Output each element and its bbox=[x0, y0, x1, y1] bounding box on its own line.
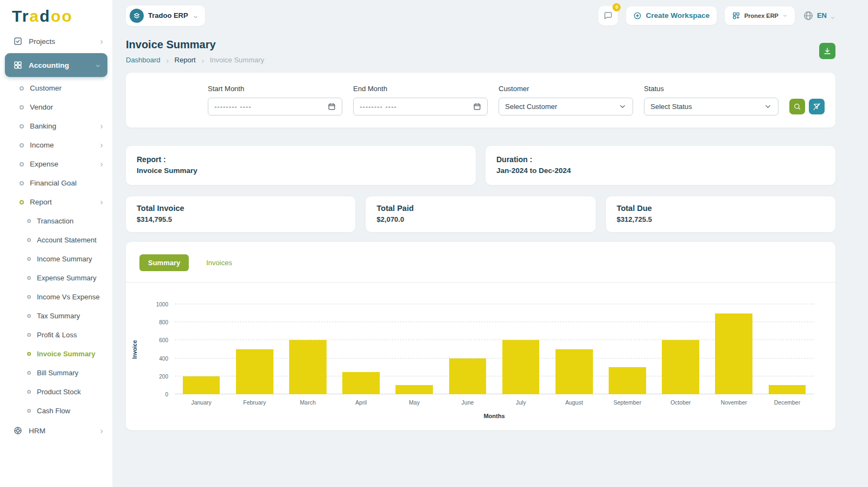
sidebar-item-projects[interactable]: Projects bbox=[0, 31, 112, 52]
customer-select-value: Select Customer bbox=[505, 102, 557, 111]
sidebar-item-label: Income Vs Expense bbox=[37, 293, 105, 301]
sidebar-item-label: Invoice Summary bbox=[37, 350, 105, 358]
duration-info-card: Duration : Jan-2024 to Dec-2024 bbox=[486, 146, 835, 185]
sidebar-item-label: Expense Summary bbox=[37, 274, 105, 282]
sidebar-item-accounting[interactable]: Accounting bbox=[5, 53, 107, 77]
sidebar-item-tax-summary[interactable]: Tax Summary bbox=[0, 306, 112, 325]
tab-summary[interactable]: Summary bbox=[139, 254, 189, 271]
bar-cell bbox=[335, 304, 388, 394]
sidebar-item-income-vs-expense[interactable]: Income Vs Expense bbox=[0, 287, 112, 306]
start-month-value: -------- ---- bbox=[214, 102, 252, 111]
sidebar-item-vendor[interactable]: Vendor bbox=[0, 98, 112, 117]
bullet-icon bbox=[20, 162, 24, 166]
sidebar-item-label: Income bbox=[30, 141, 93, 149]
chevron-right-icon bbox=[99, 161, 105, 167]
report-info-card: Report : Invoice Summary bbox=[126, 146, 476, 185]
sidebar-item-cash-flow[interactable]: Cash Flow bbox=[0, 401, 112, 420]
sidebar-item-expense-summary[interactable]: Expense Summary bbox=[0, 268, 112, 287]
start-month-label: Start Month bbox=[208, 85, 342, 93]
x-tick-label: May bbox=[388, 399, 441, 406]
sidebar-item-label: Report bbox=[30, 198, 93, 206]
total-label: Total Paid bbox=[376, 204, 584, 213]
globe-icon bbox=[803, 10, 814, 21]
sidebar-item-expense[interactable]: Expense bbox=[0, 155, 112, 174]
plus-circle-icon bbox=[633, 11, 642, 20]
logo[interactable]: Tradoo bbox=[0, 0, 112, 30]
sidebar-item-income[interactable]: Income bbox=[0, 136, 112, 155]
sidebar-item-customer[interactable]: Customer bbox=[0, 79, 112, 98]
sidebar-item-financial-goal[interactable]: Financial Goal bbox=[0, 174, 112, 193]
sidebar-nav: ProjectsAccountingCustomerVendorBankingI… bbox=[0, 30, 112, 441]
chevron-down-icon bbox=[95, 62, 101, 68]
sidebar-item-account-statement[interactable]: Account Statement bbox=[0, 230, 112, 249]
x-tick-label: November bbox=[707, 399, 761, 406]
page-head-left: Invoice Summary DashboardReportInvoice S… bbox=[126, 39, 264, 64]
breadcrumb-item[interactable]: Report bbox=[175, 56, 196, 64]
end-month-field: End Month -------- ---- bbox=[353, 85, 488, 116]
report-info-value: Invoice Summary bbox=[137, 166, 465, 175]
filter-slash-icon bbox=[813, 102, 821, 111]
total-label: Total Invoice bbox=[137, 204, 344, 213]
create-workspace-button[interactable]: Create Workspace bbox=[626, 7, 717, 25]
calendar-icon bbox=[328, 102, 336, 111]
end-month-input[interactable]: -------- ---- bbox=[353, 98, 488, 116]
sidebar-item-report[interactable]: Report bbox=[0, 193, 112, 212]
bar-cell bbox=[388, 304, 441, 394]
chevron-down-icon bbox=[618, 102, 627, 111]
status-select[interactable]: Select Status bbox=[644, 98, 778, 116]
erp-selector[interactable]: Pronex ERP bbox=[725, 7, 795, 25]
breadcrumb-item[interactable]: Dashboard bbox=[126, 56, 161, 64]
bar-cell bbox=[654, 304, 707, 394]
bar-cell bbox=[761, 304, 814, 394]
bullet-icon bbox=[27, 352, 31, 356]
y-tick-label: 400 bbox=[159, 355, 168, 361]
language-selector[interactable]: EN bbox=[803, 10, 835, 21]
bar-april bbox=[342, 372, 380, 395]
sidebar-item-profit-loss[interactable]: Profit & Loss bbox=[0, 325, 112, 344]
sidebar-item-bill-summary[interactable]: Bill Summary bbox=[0, 363, 112, 382]
bullet-icon bbox=[27, 390, 31, 394]
chevron-down-icon bbox=[764, 102, 772, 111]
clear-filter-button[interactable] bbox=[809, 99, 825, 114]
sidebar-item-income-summary[interactable]: Income Summary bbox=[0, 249, 112, 268]
bar-cell bbox=[441, 304, 494, 394]
bar-cell bbox=[601, 304, 654, 394]
chart-y-axis-title: Invoice bbox=[132, 334, 138, 366]
bullet-icon bbox=[20, 181, 24, 185]
bullet-icon bbox=[20, 124, 24, 129]
chevron-right-icon bbox=[99, 142, 105, 148]
x-tick-label: October bbox=[654, 399, 707, 406]
logo-letter: a bbox=[29, 7, 40, 25]
bar-october bbox=[662, 340, 699, 394]
sidebar-item-label: Vendor bbox=[30, 103, 105, 111]
messages-button[interactable]: 0 bbox=[598, 6, 618, 25]
search-button[interactable] bbox=[789, 99, 805, 114]
bar-may bbox=[395, 385, 433, 394]
x-tick-label: June bbox=[441, 399, 494, 406]
sidebar-item-invoice-summary[interactable]: Invoice Summary bbox=[0, 344, 112, 363]
sidebar-item-hrm[interactable]: HRM bbox=[0, 420, 112, 441]
breadcrumb-item: Invoice Summary bbox=[210, 56, 264, 64]
bar-cell bbox=[281, 304, 334, 394]
y-tick-label: 600 bbox=[159, 337, 168, 343]
workspace-switcher[interactable]: Tradoo ERP bbox=[126, 5, 205, 26]
chart-x-tick-labels: JanuaryFebruaryMarchAprilMayJuneJulyAugu… bbox=[175, 399, 814, 406]
sidebar-item-transaction[interactable]: Transaction bbox=[0, 212, 112, 230]
sidebar-item-banking[interactable]: Banking bbox=[0, 117, 112, 136]
bullet-icon bbox=[27, 295, 31, 299]
topbar-actions: 0 Create Workspace Pronex ERP EN bbox=[598, 6, 835, 25]
bar-february bbox=[236, 349, 273, 394]
tab-invoices[interactable]: Invoices bbox=[197, 254, 241, 271]
sidebar-item-product-stock[interactable]: Product Stock bbox=[0, 382, 112, 401]
bar-january bbox=[183, 376, 220, 394]
chevron-right-icon bbox=[165, 57, 170, 63]
download-button[interactable] bbox=[819, 43, 835, 59]
start-month-field: Start Month -------- ---- bbox=[208, 85, 342, 116]
customer-select[interactable]: Select Customer bbox=[499, 98, 633, 116]
bar-july bbox=[502, 340, 540, 394]
sidebar-item-label: Tax Summary bbox=[37, 312, 105, 320]
sidebar-item-label: Financial Goal bbox=[30, 179, 105, 187]
chart-x-axis-title: Months bbox=[175, 413, 814, 419]
start-month-input[interactable]: -------- ---- bbox=[208, 98, 342, 116]
status-select-value: Select Status bbox=[650, 102, 692, 111]
